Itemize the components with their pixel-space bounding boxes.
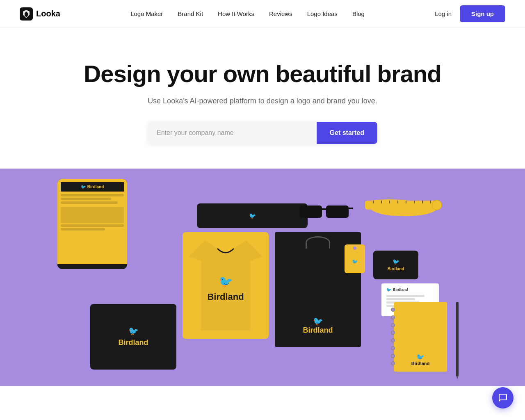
spiral-ring-7 [391, 354, 395, 358]
mockup-area: 🐦 Birdland 🐦 [57, 179, 468, 376]
mockup-package: 🐦 Birdland [90, 304, 176, 370]
mockup-bag: 🐦 🐦 Birdland [275, 232, 361, 347]
mockup-sunglasses [299, 199, 353, 220]
bag-tag-hole [353, 247, 356, 250]
svg-text:Birdland: Birdland [207, 292, 244, 302]
bag-tag: 🐦 [345, 244, 365, 273]
package-brand-name: Birdland [118, 338, 148, 347]
svg-rect-6 [365, 201, 439, 210]
hero-headline: Design your own beautiful brand [8, 61, 517, 87]
nav-link-logo-maker[interactable]: Logo Maker [130, 10, 163, 17]
svg-rect-5 [349, 208, 353, 209]
notebook-spiral [390, 306, 395, 368]
tablet-logo-area: 🐦 Birdland [61, 182, 124, 192]
mockup-tablet: 🐦 Birdland [57, 179, 127, 269]
mockup-tape [361, 193, 443, 222]
brand-showcase-section: 🐦 Birdland 🐦 [0, 169, 525, 386]
nav-links: Logo Maker Brand Kit How It Works Review… [130, 10, 365, 18]
hero-section: Design your own beautiful brand Use Look… [0, 28, 525, 169]
hero-form: Get started [148, 122, 377, 144]
svg-point-15 [432, 200, 442, 210]
svg-rect-1 [299, 205, 322, 218]
login-button[interactable]: Log in [435, 10, 452, 17]
svg-rect-2 [326, 205, 349, 218]
looka-logo-icon [20, 7, 33, 21]
tshirt-icon: 🐦 Birdland [189, 240, 262, 331]
svg-text:🐦: 🐦 [219, 275, 233, 288]
nav-link-logo-ideas[interactable]: Logo Ideas [307, 10, 338, 17]
nav-link-brand-kit[interactable]: Brand Kit [178, 10, 203, 17]
nav-link-reviews[interactable]: Reviews [269, 10, 292, 17]
mockup-card-yellow: 🐦 Birdland [373, 251, 418, 279]
bizcard-line-1 [386, 295, 425, 297]
tablet-content-lines [61, 194, 124, 231]
sunglasses-icon [299, 199, 353, 220]
mockup-tube: 🐦 [197, 203, 308, 228]
tape-measure-icon [361, 193, 443, 222]
spiral-ring-5 [391, 338, 395, 342]
bizcard-line-2 [386, 298, 415, 300]
signup-button[interactable]: Sign up [460, 5, 505, 22]
mockup-tshirt: 🐦 Birdland [183, 232, 269, 339]
nav-actions: Log in Sign up [435, 5, 505, 22]
spiral-ring-8 [391, 361, 395, 365]
nav-link-blog[interactable]: Blog [352, 10, 365, 17]
hero-subheadline: Use Looka's AI-powered platform to desig… [8, 97, 517, 105]
get-started-button[interactable]: Get started [317, 122, 377, 144]
mockup-pencil [456, 302, 459, 376]
spiral-ring-3 [391, 323, 395, 327]
tablet-screen: 🐦 Birdland [57, 179, 127, 264]
mockup-notebook: 🐦 Birdland [394, 302, 447, 372]
nav-link-how-it-works[interactable]: How It Works [218, 10, 254, 17]
svg-rect-3 [321, 208, 327, 210]
spiral-ring-1 [391, 308, 395, 312]
company-name-input[interactable] [148, 122, 317, 144]
logo-link[interactable]: Looka [20, 7, 60, 21]
bag-brand-name: Birdland [303, 326, 333, 335]
spiral-ring-4 [391, 331, 395, 335]
navbar: Looka Logo Maker Brand Kit How It Works … [0, 0, 525, 28]
spiral-ring-2 [391, 315, 395, 320]
spiral-ring-6 [391, 346, 395, 350]
bag-handle [306, 236, 330, 249]
logo-text: Looka [36, 9, 60, 18]
